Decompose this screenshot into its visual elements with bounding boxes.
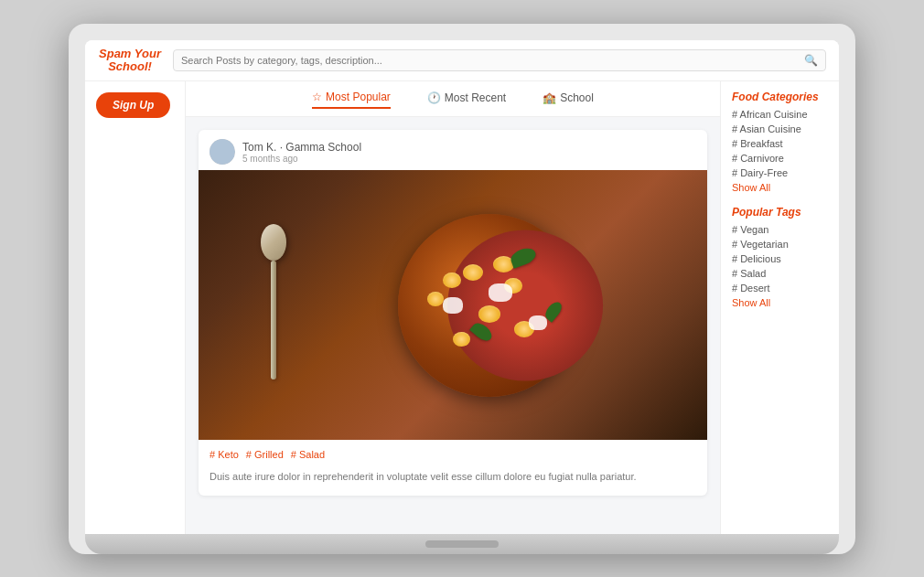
- app-container: Spam Your School! 🔍 Sign Up: [85, 40, 839, 534]
- popular-tags-title: Popular Tags: [732, 206, 828, 219]
- gnocchi-7: [453, 332, 470, 347]
- search-input[interactable]: [181, 55, 804, 66]
- tab-school-label: School: [560, 91, 594, 104]
- gnocchi-6: [443, 272, 461, 288]
- feed-area: ☆ Most Popular 🕐 Most Recent 🏫 School: [186, 81, 720, 533]
- author-name: Tom K.: [242, 141, 276, 154]
- cheese-3: [443, 297, 463, 314]
- spoon-handle: [271, 261, 276, 379]
- header: Spam Your School! 🔍: [85, 40, 839, 82]
- nav-tabs: ☆ Most Popular 🕐 Most Recent 🏫 School: [186, 81, 720, 117]
- food-categories-title: Food Categories: [732, 91, 828, 103]
- avatar: [210, 139, 235, 165]
- post-image: [199, 170, 707, 440]
- category-asian[interactable]: # Asian Cuisine: [732, 123, 828, 134]
- post-description: Duis aute irure dolor in reprehenderit i…: [199, 465, 707, 496]
- tag-desert[interactable]: # Desert: [732, 283, 828, 294]
- post-tags: # Keto # Grilled # Salad: [199, 440, 707, 465]
- feed-content: Tom K. · Gamma School 5 months ago: [186, 117, 720, 508]
- logo-line1: Spam Your: [99, 48, 161, 60]
- category-african[interactable]: # African Cuisine: [732, 109, 828, 120]
- signup-button[interactable]: Sign Up: [96, 92, 170, 118]
- clock-icon: 🕐: [427, 91, 441, 104]
- tab-most-recent-label: Most Recent: [445, 91, 506, 104]
- tab-most-popular[interactable]: ☆ Most Popular: [312, 91, 391, 109]
- laptop-base: [85, 534, 839, 554]
- laptop-notch: [425, 540, 499, 548]
- main-content: Sign Up ☆ Most Popular 🕐 Most Recent: [85, 81, 839, 533]
- author-school: Gamma School: [285, 141, 361, 154]
- tab-most-popular-label: Most Popular: [326, 91, 391, 103]
- logo[interactable]: Spam Your School!: [99, 48, 161, 74]
- tag-salad-link[interactable]: # Salad: [732, 268, 828, 279]
- tag-delicious[interactable]: # Delicious: [732, 253, 828, 264]
- tag-grilled[interactable]: # Grilled: [246, 449, 284, 460]
- category-breakfast[interactable]: # Breakfast: [732, 138, 828, 149]
- laptop-frame: Spam Your School! 🔍 Sign Up: [69, 24, 855, 554]
- tag-vegetarian[interactable]: # Vegetarian: [732, 239, 828, 250]
- spoon-head: [261, 224, 286, 261]
- tag-vegan[interactable]: # Vegan: [732, 224, 828, 235]
- category-dairy-free[interactable]: # Dairy-Free: [732, 167, 828, 178]
- categories-show-all[interactable]: Show All: [732, 182, 828, 193]
- tag-salad[interactable]: # Salad: [291, 449, 325, 460]
- cheese-2: [529, 315, 547, 330]
- laptop-screen: Spam Your School! 🔍 Sign Up: [85, 40, 839, 534]
- post-header: Tom K. · Gamma School 5 months ago: [199, 130, 707, 170]
- gnocchi-4: [427, 292, 444, 306]
- post-time: 5 months ago: [242, 154, 361, 164]
- gnocchi-3: [478, 305, 500, 323]
- tag-keto[interactable]: # Keto: [210, 449, 239, 460]
- tab-most-recent[interactable]: 🕐 Most Recent: [427, 91, 506, 109]
- cheese-1: [489, 283, 512, 302]
- search-icon: 🔍: [804, 54, 818, 67]
- logo-line2: School!: [99, 60, 161, 73]
- post-meta: Tom K. · Gamma School 5 months ago: [242, 141, 361, 164]
- post-card: Tom K. · Gamma School 5 months ago: [199, 130, 707, 496]
- category-carnivore[interactable]: # Carnivore: [732, 153, 828, 164]
- search-bar[interactable]: 🔍: [173, 49, 826, 71]
- logo-area: Spam Your School!: [98, 48, 162, 74]
- school-icon: 🏫: [543, 91, 556, 104]
- post-author: Tom K. · Gamma School: [242, 141, 361, 154]
- sidebar-right: Food Categories # African Cuisine # Asia…: [720, 81, 839, 533]
- star-icon: ☆: [312, 91, 322, 103]
- tab-school[interactable]: 🏫 School: [543, 91, 594, 109]
- tags-show-all[interactable]: Show All: [732, 297, 828, 308]
- sidebar-left: Sign Up: [85, 81, 186, 533]
- spoon: [260, 224, 287, 389]
